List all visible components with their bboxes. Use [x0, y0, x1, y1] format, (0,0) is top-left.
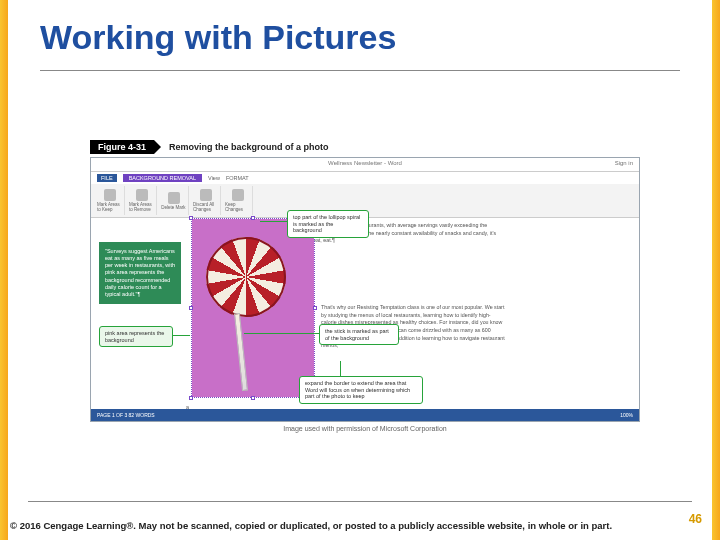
callout-stick: the stick is marked as part of the backg…	[319, 324, 399, 345]
status-zoom[interactable]: 100%	[620, 412, 633, 418]
tab-format[interactable]: FORMAT	[226, 175, 249, 181]
titlebar: Wellness Newsletter - Word Sign in	[91, 158, 639, 172]
mark-remove-icon	[136, 189, 148, 201]
page-title: Working with Pictures	[40, 18, 396, 57]
delete-mark-icon	[168, 192, 180, 204]
callout-top: top part of the lollipop spiral is marke…	[287, 210, 369, 238]
status-bar: PAGE 1 OF 3 82 WORDS 100%	[91, 409, 639, 421]
caption-arrow-icon	[154, 140, 161, 154]
callout-pointer-icon	[172, 335, 190, 336]
resize-handle[interactable]	[251, 396, 255, 400]
pull-quote: "Surveys suggest Americans eat as many a…	[99, 242, 181, 304]
resize-handle[interactable]	[189, 216, 193, 220]
tab-file[interactable]: FILE	[97, 174, 117, 182]
ribbon-tabs: FILE BACKGROUND REMOVAL View FORMAT	[91, 172, 639, 184]
copyright: © 2016 Cengage Learning®. May not be sca…	[10, 520, 650, 532]
accent-left	[0, 0, 8, 540]
figure-caption: Figure 4-31 Removing the background of a…	[90, 140, 640, 154]
resize-handle[interactable]	[251, 216, 255, 220]
selected-picture[interactable]	[191, 218, 315, 398]
delete-mark-button[interactable]: Delete Mark	[159, 186, 189, 215]
resize-handle[interactable]	[189, 306, 193, 310]
window-title: Wellness Newsletter - Word	[328, 160, 402, 166]
tab-background-removal[interactable]: BACKGROUND REMOVAL	[123, 174, 202, 182]
title-rule	[40, 70, 680, 71]
word-window: Wellness Newsletter - Word Sign in FILE …	[90, 157, 640, 422]
resize-handle[interactable]	[189, 396, 193, 400]
figure: Figure 4-31 Removing the background of a…	[90, 140, 640, 432]
accent-right	[712, 0, 720, 540]
keep-icon	[232, 189, 244, 201]
discard-icon	[200, 189, 212, 201]
callout-pointer-icon	[244, 333, 320, 334]
mark-remove-button[interactable]: Mark Areas to Remove	[127, 186, 157, 215]
callout-pointer-icon	[260, 221, 288, 222]
footer-rule	[28, 501, 692, 502]
mark-keep-icon	[104, 189, 116, 201]
figure-caption-text: Removing the background of a photo	[161, 142, 329, 152]
figure-credit: Image used with permission of Microsoft …	[90, 425, 640, 432]
tab-view[interactable]: View	[208, 175, 220, 181]
status-left: PAGE 1 OF 3 82 WORDS	[97, 412, 155, 418]
resize-handle[interactable]	[313, 306, 317, 310]
lollipop-icon	[206, 237, 286, 317]
figure-number: Figure 4-31	[90, 140, 154, 154]
callout-expand: expand the border to extend the area tha…	[299, 376, 423, 404]
document-area: Surveys suggest Americans eat as many as…	[91, 218, 639, 409]
discard-button[interactable]: Discard All Changes	[191, 186, 221, 215]
mark-keep-button[interactable]: Mark Areas to Keep	[95, 186, 125, 215]
sign-in-link[interactable]: Sign in	[615, 160, 633, 166]
callout-pointer-icon	[340, 361, 341, 377]
keep-changes-button[interactable]: Keep Changes	[223, 186, 253, 215]
callout-pink: pink area represents the background	[99, 326, 173, 347]
page-number: 46	[689, 512, 702, 526]
